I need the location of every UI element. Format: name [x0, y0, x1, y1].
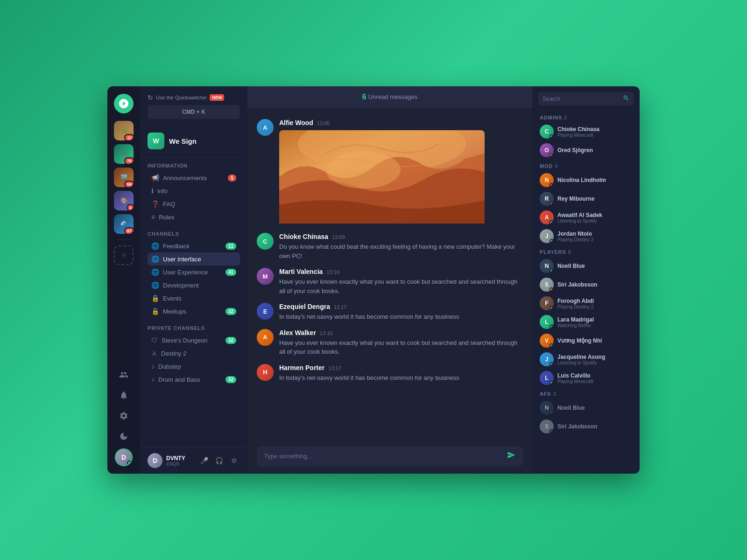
status-dot-jordan — [550, 239, 554, 243]
sidebar-item-meetups[interactable]: 🔒 Meetups 32 — [148, 305, 240, 318]
server-badge-2: 76 — [124, 157, 134, 164]
settings-button[interactable]: ⚙ — [228, 455, 240, 467]
member-name-siri: Siri Jakobsson — [557, 281, 632, 288]
status-dot-chioke — [550, 134, 554, 139]
qs-label-text: Use the Quickswitcher — [156, 95, 207, 100]
member-status-lara: Watching Netflix — [557, 323, 632, 328]
member-chioke-chinasa[interactable]: C Chioke Chinasa Playing Minecraft — [534, 122, 638, 141]
member-jordan[interactable]: J Jordan Ntolo Playing Destiny 2 — [534, 227, 638, 245]
member-avatar-luis: L — [540, 371, 554, 385]
member-avatar-noell-afk: N — [540, 401, 554, 415]
member-status-jordan: Playing Destiny 2 — [557, 237, 632, 242]
drum-bass-badge: 32 — [226, 376, 236, 383]
send-button[interactable] — [507, 451, 515, 462]
msg-avatar-alfie: A — [257, 119, 274, 136]
sidebar-item-feedback[interactable]: 🌐 Feedback 11 — [148, 239, 240, 252]
msg-name-2: Chioke Chinasa — [279, 233, 328, 240]
sidebar-item-rules[interactable]: ≡ Rules — [148, 210, 240, 224]
member-awaatif[interactable]: A Awaatif Al Sadek Listening to Spotify — [534, 208, 638, 227]
search-bar — [538, 92, 634, 105]
feedback-label: Feedback — [163, 243, 222, 250]
member-noell-afk[interactable]: N Noell Blue — [534, 399, 638, 417]
server-icon-5[interactable]: 🌊 87 — [114, 214, 134, 234]
steves-dungeon-label: Steve's Dungeon — [162, 337, 222, 344]
member-avatar-ored: O — [540, 143, 554, 157]
sidebar-item-announcements[interactable]: 📢 Announcements 5 — [148, 171, 240, 184]
server-badge-5: 87 — [124, 227, 134, 234]
destiny2-label: Destiny 2 — [161, 350, 236, 357]
sidebar-item-steves-dungeon[interactable]: 🛡 Steve's Dungeon 32 — [148, 334, 240, 347]
server-badge-1: 12 — [124, 134, 134, 140]
member-noell-blue[interactable]: N Noell Blue — [534, 257, 638, 275]
mic-button[interactable]: 🎤 — [198, 455, 210, 467]
member-info-lara: Lara Madrigal Watching Netflix — [557, 316, 632, 328]
user-avatar-rail[interactable]: D — [115, 448, 133, 466]
headset-button[interactable]: 🎧 — [213, 455, 225, 467]
status-dot-lara — [550, 325, 554, 329]
server-icon-1[interactable]: 🌿 12 — [114, 121, 134, 140]
sidebar-item-user-interface[interactable]: 🌐 User Interface — [148, 252, 240, 266]
right-sidebar: Admins 2 C Chioke Chinasa Playing Minecr… — [532, 86, 640, 474]
search-icon — [623, 95, 629, 103]
sidebar-item-destiny2[interactable]: ⚔ Destiny 2 — [148, 347, 240, 360]
msg-avatar-marti: M — [257, 268, 274, 285]
faq-icon: ❓ — [151, 200, 159, 208]
settings-icon[interactable] — [115, 407, 132, 424]
msg-text-3: Have you ever known exactly what you wan… — [279, 277, 523, 295]
member-avatar-noell: N — [540, 259, 554, 273]
destiny2-icon: ⚔ — [151, 350, 157, 357]
sidebar-item-info[interactable]: ℹ Info — [148, 184, 240, 197]
footer-avatar: D — [148, 453, 162, 468]
member-foroogh[interactable]: F Foroogh Abdi Playing Destiny 2 — [534, 294, 638, 313]
member-status-foroogh: Playing Destiny 2 — [557, 304, 632, 309]
app-container: 🌿 12 🎮 76 🏙️ 59 🎨 4 🌊 87 + — [107, 86, 640, 474]
member-name-nicolina: Nicolina Lindholm — [557, 177, 632, 183]
msg-name-4: Ezequiel Dengra — [279, 303, 330, 310]
msg-text-2: Do you know what could beat the exciting… — [279, 242, 523, 260]
notifications-icon[interactable] — [115, 387, 132, 404]
footer-username: DVNTY — [166, 455, 194, 462]
server-icon-3[interactable]: 🏙️ 59 — [114, 168, 134, 187]
server-name: We Sign — [169, 137, 197, 145]
member-ored-sjogren[interactable]: O Ored Sjögren — [534, 141, 638, 160]
member-siri-afk[interactable]: S Siri Jakobsson — [534, 417, 638, 436]
meetups-label: Meetups — [163, 308, 222, 315]
member-info-rey: Rey Mibourne — [557, 196, 632, 202]
sidebar-item-user-experience[interactable]: 🌐 User Experience 41 — [148, 266, 240, 279]
sidebar-item-drum-and-bass[interactable]: ♪ Drum and Bass 32 — [148, 373, 240, 386]
chat-input[interactable] — [264, 453, 502, 460]
announcements-icon: 📢 — [151, 174, 159, 182]
member-vuong[interactable]: V Vương Mộng Nhi — [534, 331, 638, 350]
member-siri[interactable]: S Siri Jakobsson — [534, 275, 638, 294]
icon-rail: 🌿 12 🎮 76 🏙️ 59 🎨 4 🌊 87 + — [107, 86, 140, 474]
sidebar-item-faq[interactable]: ❓ FAQ — [148, 197, 240, 210]
member-name-awaatif: Awaatif Al Sadek — [557, 212, 632, 218]
member-luis[interactable]: L Luis Calvillo Playing Minecraft — [534, 369, 638, 387]
server-icon-4[interactable]: 🎨 4 — [114, 191, 134, 210]
msg-header-1: Alfie Wood 13:05 — [279, 119, 523, 126]
member-name-luis: Luis Calvillo — [557, 372, 632, 379]
friends-icon[interactable] — [115, 366, 132, 383]
member-jacqueline[interactable]: J Jacqueline Asong Listening to Spotify — [534, 350, 638, 369]
moon-icon[interactable] — [115, 428, 132, 445]
search-input[interactable] — [543, 96, 620, 102]
member-avatar-awaatif: A — [540, 210, 554, 224]
ux-badge: 41 — [226, 269, 236, 276]
sidebar-item-events[interactable]: 🔒 Events — [148, 292, 240, 305]
member-avatar-foroogh: F — [540, 296, 554, 310]
member-rey[interactable]: R Rey Mibourne — [534, 189, 638, 208]
member-info-foroogh: Foroogh Abdi Playing Destiny 2 — [557, 298, 632, 309]
add-server-button[interactable]: + — [114, 245, 134, 265]
sidebar-item-dubstep[interactable]: ♪ Dubstep — [148, 360, 240, 373]
qs-shortcut[interactable]: CMD + K — [148, 105, 240, 119]
member-lara[interactable]: L Lara Madrigal Watching Netflix — [534, 313, 638, 331]
sidebar-item-development[interactable]: 🌐 Development — [148, 279, 240, 292]
faq-label: FAQ — [163, 201, 236, 208]
rail-logo[interactable] — [114, 94, 134, 113]
server-icon-2[interactable]: 🎮 76 — [114, 144, 134, 164]
member-status-chioke: Playing Minecraft — [557, 133, 632, 138]
status-dot-noell — [550, 269, 554, 273]
member-nicolina[interactable]: N Nicolina Lindholm — [534, 171, 638, 189]
msg-time-5: 13:10 — [320, 330, 333, 336]
member-info-noell: Noell Blue — [557, 263, 632, 269]
